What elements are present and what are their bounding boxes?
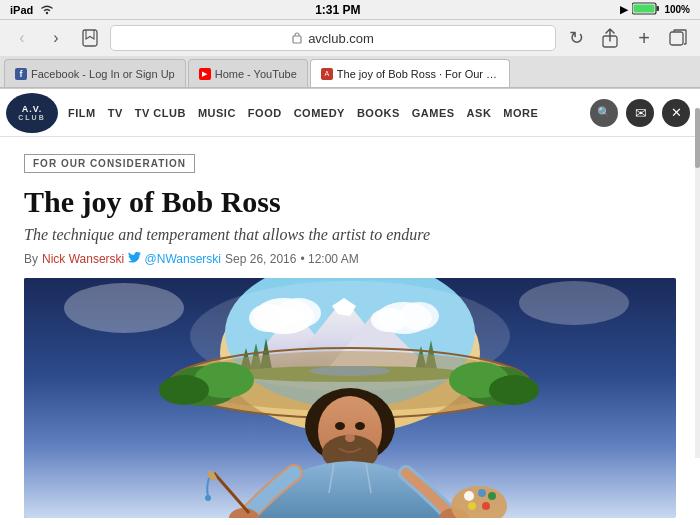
logo-av-text: A.V.	[22, 105, 43, 114]
reload-button[interactable]: ↻	[562, 24, 590, 52]
svg-rect-3	[634, 5, 655, 13]
svg-point-42	[335, 422, 345, 430]
nav-items: FILM TV TV CLUB MUSIC FOOD COMEDY BOOKS …	[68, 107, 590, 119]
browser-toolbar: ‹ › avclub.com ↻ +	[0, 20, 700, 56]
svg-rect-5	[293, 36, 301, 43]
site-nav: A.V. CLUB FILM TV TV CLUB MUSIC FOOD COM…	[0, 89, 700, 137]
tab-avclub[interactable]: A The joy of Bob Ross · For Our Consider…	[310, 59, 510, 87]
svg-point-58	[519, 281, 629, 325]
svg-point-54	[488, 492, 496, 500]
browser-chrome: ‹ › avclub.com ↻ +	[0, 20, 700, 89]
svg-point-49	[205, 495, 211, 501]
scrollbar[interactable]	[695, 108, 700, 458]
toolbar-actions: ↻ +	[562, 24, 692, 52]
byline-date: Sep 26, 2016	[225, 252, 296, 266]
search-icon-btn[interactable]: 🔍	[590, 99, 618, 127]
svg-rect-7	[670, 32, 683, 45]
nav-tvclub[interactable]: TV CLUB	[135, 107, 186, 119]
windows-button[interactable]	[664, 24, 692, 52]
svg-rect-4	[83, 30, 97, 46]
article-title: The joy of Bob Ross	[24, 185, 676, 218]
svg-point-55	[482, 502, 490, 510]
svg-rect-2	[657, 6, 660, 11]
category-badge[interactable]: FOR OUR CONSIDERATION	[24, 154, 195, 173]
byline-time: • 12:00 AM	[300, 252, 358, 266]
forward-button[interactable]: ›	[42, 24, 70, 52]
article-area: FOR OUR CONSIDERATION The joy of Bob Ros…	[0, 137, 700, 525]
article-byline: By Nick Wanserski @NWanserski Sep 26, 20…	[24, 252, 676, 266]
wifi-icon	[39, 3, 55, 17]
bookmarks-button[interactable]	[76, 24, 104, 52]
byline-twitter[interactable]: @NWanserski	[128, 252, 221, 266]
nav-more[interactable]: MORE	[503, 107, 538, 119]
ipad-label: iPad	[10, 4, 33, 16]
address-bar[interactable]: avclub.com	[110, 25, 556, 51]
nav-books[interactable]: BOOKS	[357, 107, 400, 119]
scrollbar-thumb[interactable]	[695, 108, 700, 168]
tab-facebook[interactable]: f Facebook - Log In or Sign Up	[4, 59, 186, 87]
tab-youtube[interactable]: ▶ Home - YouTube	[188, 59, 308, 87]
page-content: A.V. CLUB FILM TV TV CLUB MUSIC FOOD COM…	[0, 89, 700, 525]
url-text: avclub.com	[308, 31, 374, 46]
tab-favicon-facebook: f	[15, 68, 27, 80]
twitter-handle: @NWanserski	[145, 252, 221, 266]
logo-club-text: CLUB	[18, 114, 45, 121]
svg-point-57	[64, 283, 184, 333]
svg-point-52	[464, 491, 474, 501]
tabs-bar: f Facebook - Log In or Sign Up ▶ Home - …	[0, 56, 700, 88]
nav-film[interactable]: FILM	[68, 107, 96, 119]
tab-favicon-youtube: ▶	[199, 68, 211, 80]
back-button[interactable]: ‹	[8, 24, 36, 52]
menu-icon-btn[interactable]: ✉	[626, 99, 654, 127]
close-icon-btn[interactable]: ✕	[662, 99, 690, 127]
byline-by: By	[24, 252, 38, 266]
nav-food[interactable]: FOOD	[248, 107, 282, 119]
article-subtitle: The technique and temperament that allow…	[24, 226, 676, 244]
svg-point-44	[345, 434, 355, 442]
signal-icon: ▶	[620, 4, 628, 15]
byline-author[interactable]: Nick Wanserski	[42, 252, 124, 266]
nav-comedy[interactable]: COMEDY	[294, 107, 345, 119]
nav-games[interactable]: GAMES	[412, 107, 455, 119]
battery-icon	[632, 2, 660, 17]
status-right: ▶ 100%	[620, 2, 690, 17]
tab-label-avclub: The joy of Bob Ross · For Our Considerat…	[337, 68, 499, 80]
share-button[interactable]	[596, 24, 624, 52]
svg-point-43	[355, 422, 365, 430]
svg-point-56	[468, 502, 476, 510]
nav-ask[interactable]: ASK	[467, 107, 492, 119]
status-bar: iPad 1:31 PM ▶ 100%	[0, 0, 700, 20]
tab-label-facebook: Facebook - Log In or Sign Up	[31, 68, 175, 80]
svg-point-35	[159, 375, 209, 405]
nav-tv[interactable]: TV	[108, 107, 123, 119]
tab-favicon-avclub: A	[321, 68, 333, 80]
svg-point-53	[478, 489, 486, 497]
nav-search-icons: 🔍 ✉ ✕	[590, 99, 690, 127]
status-left: iPad	[10, 3, 55, 17]
nav-music[interactable]: MUSIC	[198, 107, 236, 119]
site-logo[interactable]: A.V. CLUB	[6, 93, 58, 133]
svg-point-0	[46, 11, 48, 13]
svg-point-38	[489, 375, 539, 405]
add-tab-button[interactable]: +	[630, 24, 658, 52]
battery-percent: 100%	[664, 4, 690, 15]
tab-label-youtube: Home - YouTube	[215, 68, 297, 80]
article-image	[24, 278, 676, 518]
status-time: 1:31 PM	[315, 3, 360, 17]
